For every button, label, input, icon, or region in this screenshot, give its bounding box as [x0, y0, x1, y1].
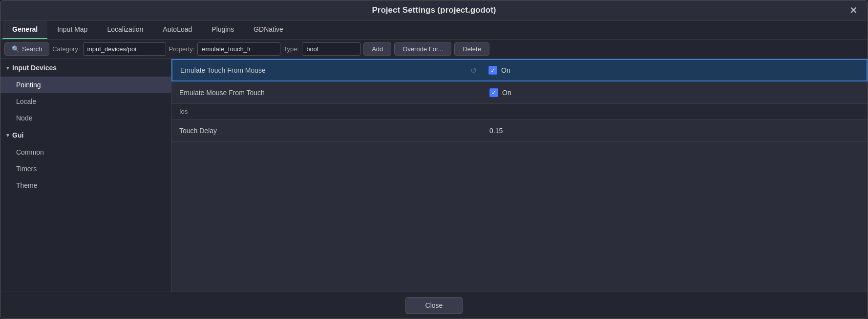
type-select-wrapper: bool int float String [302, 42, 360, 56]
sidebar-group-label: Input Devices [12, 64, 57, 72]
tab-input-map[interactable]: Input Map [47, 20, 97, 39]
ios-section-header: Ios [171, 104, 868, 120]
tab-general[interactable]: General [2, 20, 47, 39]
emulate-touch-checkbox-group[interactable]: ✓ On [488, 66, 510, 75]
touch-delay-value: 0.15 [482, 123, 868, 139]
type-select[interactable]: bool int float String [302, 42, 360, 56]
title-bar: Project Settings (project.godot) ✕ [0, 0, 868, 20]
checkbox-checked-icon: ✓ [488, 66, 497, 75]
touch-delay-label: Touch Delay [171, 122, 482, 140]
search-icon: 🔍 [12, 45, 20, 53]
checkmark-icon: ✓ [491, 89, 497, 96]
tab-plugins[interactable]: Plugins [202, 20, 244, 39]
ios-section-label: Ios [179, 108, 188, 115]
emulate-mouse-value: ✓ On [482, 84, 868, 101]
checkmark-icon: ✓ [490, 67, 496, 74]
emulate-mouse-label: Emulate Mouse From Touch [171, 84, 482, 101]
content-panel: Emulate Touch From Mouse ↺ ✓ On Emulate … [171, 59, 868, 292]
delete-button[interactable]: Delete [454, 42, 489, 56]
search-button[interactable]: 🔍 Search [4, 42, 49, 56]
sidebar-item-gui[interactable]: ▾ Gui [0, 126, 171, 144]
tab-localization[interactable]: Localization [97, 20, 153, 39]
checkbox-checked-icon: ✓ [489, 88, 498, 97]
sidebar: ▾ Input Devices Pointing Locale Node ▾ G… [0, 59, 171, 292]
property-row-emulate-mouse: Emulate Mouse From Touch ✓ On [171, 81, 868, 104]
main-content: ▾ Input Devices Pointing Locale Node ▾ G… [0, 59, 868, 292]
search-label: Search [22, 45, 42, 53]
sidebar-group-label: Gui [12, 131, 23, 139]
category-input[interactable] [83, 42, 166, 56]
sidebar-item-timers[interactable]: Timers [0, 160, 171, 177]
sidebar-item-label: Common [16, 148, 44, 156]
emulate-touch-value: ✓ On [481, 62, 867, 79]
dialog-title: Project Settings (project.godot) [372, 5, 496, 15]
sidebar-item-label: Theme [16, 181, 38, 189]
sidebar-item-node[interactable]: Node [0, 110, 171, 126]
property-input[interactable] [197, 42, 280, 56]
chevron-down-icon: ▾ [6, 65, 9, 71]
type-label: Type: [283, 45, 299, 53]
tab-autoload[interactable]: AutoLoad [153, 20, 202, 39]
sidebar-item-pointing[interactable]: Pointing [0, 77, 171, 93]
sidebar-item-locale[interactable]: Locale [0, 93, 171, 110]
sidebar-item-theme[interactable]: Theme [0, 177, 171, 194]
dialog-footer: Close [0, 292, 868, 319]
add-button[interactable]: Add [363, 42, 391, 56]
window-close-button[interactable]: ✕ [847, 3, 861, 17]
sidebar-item-label: Node [16, 114, 32, 122]
emulate-mouse-checkbox-group[interactable]: ✓ On [489, 88, 511, 97]
sidebar-item-common[interactable]: Common [0, 144, 171, 160]
tab-gdnative[interactable]: GDNative [244, 20, 293, 39]
project-settings-dialog: Project Settings (project.godot) ✕ Gener… [0, 0, 868, 319]
override-for-button[interactable]: Override For... [394, 42, 451, 56]
reset-button-emulate-touch[interactable]: ↺ [466, 66, 481, 75]
sidebar-item-label: Pointing [16, 81, 41, 89]
tab-bar: General Input Map Localization AutoLoad … [0, 20, 868, 40]
emulate-mouse-on-label: On [502, 89, 511, 97]
settings-toolbar: 🔍 Search Category: Property: Type: bool … [0, 40, 868, 59]
property-row-touch-delay: Touch Delay 0.15 [171, 120, 868, 142]
sidebar-item-input-devices[interactable]: ▾ Input Devices [0, 59, 171, 77]
touch-delay-number: 0.15 [489, 127, 503, 135]
emulate-touch-on-label: On [501, 66, 510, 74]
emulate-touch-label: Emulate Touch From Mouse [172, 61, 466, 79]
close-dialog-button[interactable]: Close [405, 297, 463, 314]
property-label: Property: [169, 45, 195, 53]
sidebar-item-label: Locale [16, 98, 36, 105]
property-row-emulate-touch: Emulate Touch From Mouse ↺ ✓ On [171, 59, 868, 81]
close-icon: ✕ [849, 5, 858, 16]
sidebar-item-label: Timers [16, 165, 37, 173]
chevron-down-icon: ▾ [6, 132, 9, 139]
category-label: Category: [52, 45, 80, 53]
